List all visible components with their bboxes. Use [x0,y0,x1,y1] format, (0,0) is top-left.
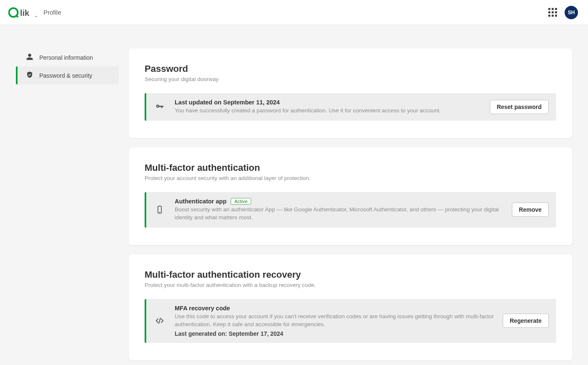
mfa-title: Multi-factor authentication [145,162,556,173]
sidebar-item-personal-information[interactable]: Personal information [16,48,119,66]
regenerate-code-button[interactable]: Regenerate [503,314,549,328]
mfa-tile-desc: Boost security with an authenticator App… [175,205,510,222]
password-tile-title: Last updated on September 11, 2024 [175,99,280,106]
mfa-tile-title: Authenticator app [175,198,227,205]
remove-mfa-button[interactable]: Remove [512,203,549,217]
brand-block: lik Profile [8,7,61,18]
recovery-tile: MFA recovery code Use this code to acces… [145,299,556,343]
password-subtitle: Securing your digital doorway [145,76,556,82]
password-tile-desc: You have successfully created a password… [175,106,488,115]
reset-password-button[interactable]: Reset password [490,100,549,114]
password-tile: Last updated on September 11, 2024 You h… [145,93,556,121]
mfa-subtitle: Protect your account security with an ad… [145,175,556,181]
sidebar-nav: Personal information Password & security [16,48,119,84]
mfa-recovery-card: Multi-factor authentication recovery Pro… [129,254,572,360]
sidebar-item-label: Password & security [39,72,92,79]
sidebar-item-label: Personal information [39,54,93,61]
apps-launcher-icon[interactable] [548,8,557,17]
recovery-title: Multi-factor authentication recovery [145,269,556,280]
svg-text:lik: lik [20,8,30,18]
top-right-actions: SH [548,6,578,19]
phone-icon [146,205,173,214]
svg-point-3 [36,16,37,17]
shield-check-icon [26,71,33,80]
qlik-logo: lik [8,7,38,18]
page-title: Profile [43,9,61,16]
mfa-active-badge: Active [231,198,251,205]
main-column: Password Securing your digital doorway L… [129,48,572,360]
mfa-tile: Authenticator app Active Boost security … [145,192,556,228]
code-icon [146,316,173,325]
recovery-tile-title: MFA recovery code [175,305,230,312]
password-title: Password [145,63,556,74]
recovery-tile-desc: Use this code to access your account if … [175,312,501,329]
sidebar-item-password-security[interactable]: Password & security [16,66,119,84]
mfa-card: Multi-factor authentication Protect your… [129,147,572,245]
person-icon [26,53,33,62]
recovery-last-generated: Last generated on: September 17, 2024 [175,330,501,337]
key-icon [146,102,173,112]
recovery-subtitle: Protect your multi-factor authentication… [145,282,556,288]
password-card: Password Securing your digital doorway L… [129,48,572,138]
svg-line-6 [159,318,160,324]
top-bar: lik Profile SH [0,0,588,25]
avatar[interactable]: SH [565,6,578,19]
page-shell: Personal information Password & security… [0,25,588,365]
